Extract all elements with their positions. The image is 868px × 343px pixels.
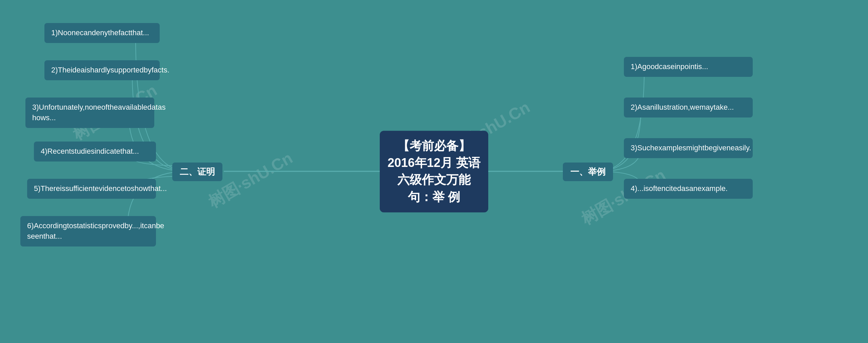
- left-leaf-4: 4)Recentstudiesindicatethat...: [34, 142, 156, 162]
- right-leaf-2: 2)Asanillustration,wemaytake...: [624, 98, 753, 117]
- left-leaf-2: 2)Theideaishardlysupportedbyfacts.: [44, 60, 160, 80]
- right-branch-label: 一、举例: [563, 163, 613, 181]
- center-node: 【考前必备】2016年12月 英语六级作文万能句：举 例: [380, 131, 488, 213]
- left-leaf-5: 5)Thereissufficientevidencetoshowthat...: [27, 179, 156, 199]
- right-leaf-3: 3)Suchexamplesmightbegiveneasily.: [624, 138, 753, 158]
- left-leaf-1: 1)Noonecandenythefactthat...: [44, 23, 160, 43]
- left-branch-label: 二、证明: [172, 163, 222, 181]
- right-leaf-4: 4)...isoftencitedasanexample.: [624, 179, 753, 199]
- right-leaf-1: 1)Agoodcaseinpointis...: [624, 57, 753, 77]
- left-leaf-3: 3)Unfortunately,noneoftheavailabledatas …: [25, 98, 154, 128]
- left-leaf-6: 6)Accordingtostatisticsprovedby...,itcan…: [20, 216, 156, 246]
